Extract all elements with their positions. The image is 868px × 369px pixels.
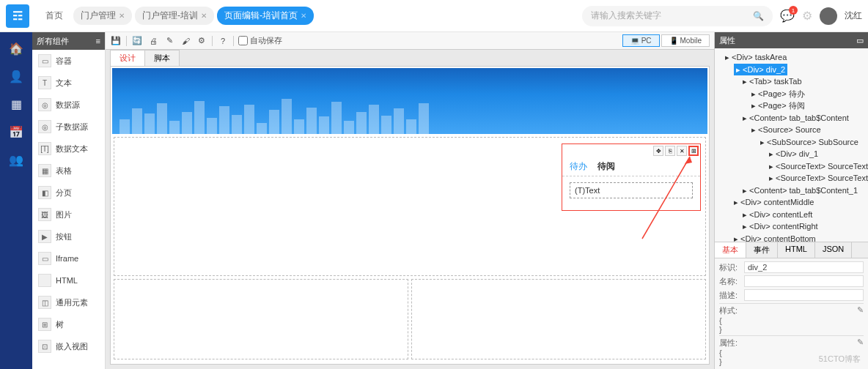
brush-icon[interactable]: 🖌: [180, 35, 191, 47]
component-icon: ◎: [38, 120, 51, 133]
palette-item[interactable]: ◫通用元素: [32, 291, 105, 313]
device-pc-button[interactable]: 💻 PC: [622, 34, 660, 47]
palette-item[interactable]: ⊡嵌入视图: [32, 335, 105, 357]
desc-field[interactable]: [744, 289, 864, 301]
component-label: 按钮: [56, 231, 72, 242]
component-label: HTML: [56, 276, 78, 285]
palette-item[interactable]: ▶按钮: [32, 225, 105, 247]
id-field[interactable]: div_2: [744, 261, 864, 273]
gear-icon[interactable]: ⚙: [196, 35, 207, 47]
palette-item[interactable]: T文本: [32, 72, 105, 94]
tree-node[interactable]: ▸ <Source> Source: [716, 124, 867, 136]
delete-icon[interactable]: ✕: [677, 146, 687, 156]
close-icon[interactable]: ✕: [201, 12, 207, 20]
component-icon: ◎: [38, 98, 51, 111]
person-add-icon[interactable]: 👥: [9, 152, 23, 167]
component-label: 表格: [56, 165, 72, 176]
layout-row-top[interactable]: ✥ ⎘ ✕ ⊞ 待办 待阅 (T)Text: [114, 137, 706, 276]
collapse-icon[interactable]: ▭: [856, 36, 864, 45]
tree-node[interactable]: ▸ <Page> 待办: [716, 88, 867, 100]
component-icon: T: [38, 76, 51, 89]
prop-tab-event[interactable]: 事件: [746, 242, 778, 258]
menu-icon[interactable]: ≡: [96, 37, 100, 45]
prop-tab-html[interactable]: HTML: [778, 242, 815, 258]
edit-style-icon[interactable]: ✎: [857, 305, 864, 315]
component-icon: [38, 274, 51, 287]
palette-item[interactable]: ◧分页: [32, 182, 105, 204]
component-icon: ⊡: [38, 340, 51, 353]
layout-col-right[interactable]: [411, 279, 706, 359]
tree-node[interactable]: ▸ <Content> tab_tab$Content: [716, 112, 867, 124]
move-icon[interactable]: ✥: [653, 146, 663, 156]
tab-portal[interactable]: 门户管理✕: [73, 7, 132, 25]
palette-item[interactable]: ⊞树: [32, 313, 105, 335]
app-logo[interactable]: ☶: [6, 4, 29, 28]
avatar[interactable]: [820, 7, 837, 25]
settings-icon[interactable]: ⚙: [802, 9, 812, 23]
copy-icon[interactable]: ⎘: [665, 146, 675, 156]
name-field[interactable]: [744, 275, 864, 287]
print-icon[interactable]: 🖨: [147, 35, 159, 47]
tab-script[interactable]: 脚本: [144, 50, 180, 66]
component-label: 嵌入视图: [56, 341, 88, 352]
notification-icon[interactable]: 💬1: [780, 9, 795, 23]
tree-node[interactable]: ▸ <Div> div_1: [716, 148, 867, 160]
component-icon: 🖼: [38, 208, 51, 221]
edit-attr-icon[interactable]: ✎: [857, 338, 864, 347]
design-canvas[interactable]: ✥ ⎘ ✕ ⊞ 待办 待阅 (T)Text: [110, 66, 710, 365]
tree-node[interactable]: ▸ <SourceText> SourceText: [716, 160, 867, 173]
user-icon[interactable]: 👤: [9, 69, 23, 83]
tree-node[interactable]: ▸ <SourceText> SourceText_1: [716, 172, 867, 184]
tree-node[interactable]: ▸ <Div> contentMiddle: [716, 196, 867, 209]
palette-item[interactable]: 🖼图片: [32, 204, 105, 225]
calendar-icon[interactable]: 📅: [9, 124, 23, 139]
editor-toolbar: 💾 🔄 🖨 ✎ 🖌 ⚙ ? 自动保存 💻 PC 📱 Mobile: [106, 32, 714, 50]
help-icon[interactable]: ?: [217, 35, 229, 47]
tree-node[interactable]: ▸ <Page> 待阅: [716, 100, 867, 112]
palette-item[interactable]: ◎子数据源: [32, 116, 105, 138]
palette-item[interactable]: ▭容器: [32, 50, 105, 72]
palette-item[interactable]: ◎数据源: [32, 94, 105, 116]
tree-node[interactable]: ▸ <Content> tab_tab$Content_1: [716, 184, 867, 197]
layout-col-left[interactable]: [114, 279, 408, 359]
prop-tab-json[interactable]: JSON: [815, 242, 852, 258]
component-label: 通用元素: [56, 297, 88, 308]
tree-node[interactable]: ▸ <Tab> taskTab: [716, 75, 867, 88]
palette-item[interactable]: [T]数据文本: [32, 138, 105, 160]
refresh-icon[interactable]: 🔄: [131, 35, 143, 47]
device-mobile-button[interactable]: 📱 Mobile: [661, 34, 710, 47]
tab-training[interactable]: 门户管理-培训✕: [135, 7, 214, 25]
tree-node[interactable]: ▸ <SubSource> SubSource: [716, 136, 867, 149]
palette-item[interactable]: ▦表格: [32, 160, 105, 182]
tree-node[interactable]: ▸ <Div> contentRight: [716, 220, 867, 233]
home-icon[interactable]: 🏠: [9, 41, 23, 56]
grid-icon[interactable]: ▦: [9, 97, 23, 111]
widget-tabs: 待办 待阅: [562, 156, 700, 176]
dom-tree[interactable]: ▸ <Div> taskArea▸ <Div> div_2▸ <Tab> tas…: [715, 48, 868, 242]
palette-item[interactable]: HTML: [32, 269, 105, 291]
prop-tab-basic[interactable]: 基本: [715, 242, 746, 258]
autosave-checkbox[interactable]: 自动保存: [238, 35, 282, 46]
tab-design[interactable]: 设计: [110, 50, 145, 66]
layout-row-bottom: [114, 279, 706, 359]
search-input[interactable]: 请输入搜索关键字🔍: [582, 6, 773, 26]
tab-home[interactable]: 首页: [38, 7, 70, 25]
component-icon: ▦: [38, 164, 51, 177]
edit-icon[interactable]: ✎: [163, 35, 175, 47]
tree-node[interactable]: ▸ <Div> contentLeft: [716, 209, 867, 221]
tree-node[interactable]: ▸ <Div> taskArea: [716, 51, 867, 64]
text-placeholder[interactable]: (T)Text: [570, 182, 693, 198]
save-icon[interactable]: 💾: [110, 35, 122, 47]
tab-page-editor[interactable]: 页面编辑-培训首页✕: [217, 7, 314, 25]
selected-widget[interactable]: ✥ ⎘ ✕ ⊞ 待办 待阅 (T)Text: [562, 144, 701, 211]
component-icon: ◧: [38, 186, 51, 199]
tab-todo[interactable]: 待办: [570, 160, 587, 173]
tab-toread[interactable]: 待阅: [597, 160, 615, 173]
close-icon[interactable]: ✕: [119, 12, 125, 20]
close-icon[interactable]: ✕: [301, 12, 306, 20]
tree-node[interactable]: ▸ <Div> contentBottom: [716, 233, 867, 242]
palette-item[interactable]: ▭Iframe: [32, 247, 105, 269]
tree-node[interactable]: ▸ <Div> div_2: [734, 64, 787, 76]
component-icon: [T]: [38, 142, 51, 155]
config-icon[interactable]: ⊞: [688, 146, 699, 156]
